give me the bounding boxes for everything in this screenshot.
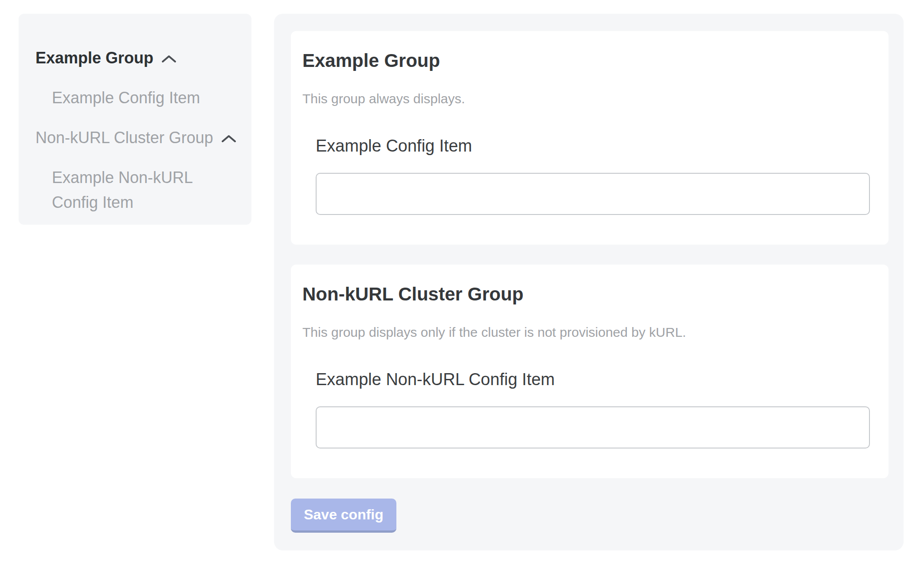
config-item-input[interactable] (316, 173, 870, 215)
config-content: Example Group This group always displays… (274, 14, 904, 550)
group-description: This group displays only if the cluster … (302, 324, 870, 341)
config-group-card-example-group: Example Group This group always displays… (291, 31, 889, 245)
nav-item-example-config-item[interactable]: Example Config Item (52, 86, 238, 110)
config-item-label: Example Non-kURL Config Item (316, 369, 870, 390)
config-group-card-non-kurl-cluster-group: Non-kURL Cluster Group This group displa… (291, 265, 889, 478)
config-item-label: Example Config Item (316, 136, 870, 156)
nav-group-header-non-kurl-cluster-group[interactable]: Non-kURL Cluster Group (35, 126, 238, 149)
group-description: This group always displays. (302, 90, 870, 107)
nav-group-title: Example Group (35, 47, 153, 70)
config-item-input[interactable] (316, 406, 870, 448)
nav-group-header-example-group[interactable]: Example Group (35, 47, 238, 70)
chevron-up-icon[interactable] (161, 55, 176, 63)
nav-item-example-non-kurl-config-item[interactable]: Example Non-kURL Config Item (52, 165, 238, 215)
chevron-up-icon[interactable] (221, 135, 236, 143)
config-nav-sidebar: Example Group Example Config Item Non-kU… (19, 14, 251, 225)
nav-group: Example Group Example Config Item (35, 47, 238, 110)
group-title: Non-kURL Cluster Group (302, 283, 870, 305)
config-item: Example Config Item (316, 136, 870, 215)
nav-group-title: Non-kURL Cluster Group (35, 126, 213, 149)
group-title: Example Group (302, 50, 870, 72)
config-item: Example Non-kURL Config Item (316, 369, 870, 448)
nav-group: Non-kURL Cluster Group Example Non-kURL … (35, 126, 238, 215)
save-config-button[interactable]: Save config (291, 499, 396, 533)
